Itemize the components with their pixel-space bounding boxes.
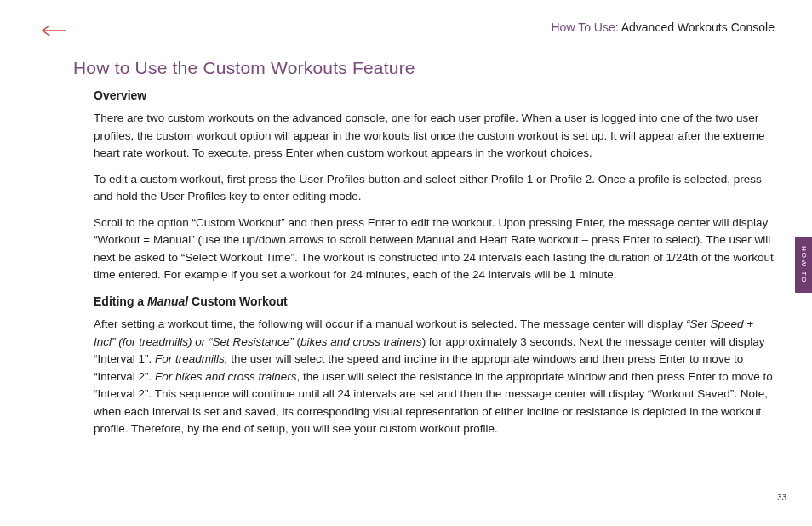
editing-heading-post: Custom Workout: [188, 294, 287, 308]
overview-paragraph-2: To edit a custom workout, first press th…: [94, 171, 775, 206]
editing-text-italic: For bikes and cross trainers: [155, 370, 297, 383]
editing-text: After setting a workout time, the follow…: [94, 317, 686, 330]
editing-text-italic: bikes and cross trainers: [300, 335, 422, 348]
side-tab-label: HOW TO: [800, 246, 808, 284]
editing-text-italic: For treadmills,: [155, 352, 228, 365]
page-title: How to Use the Custom Workouts Feature: [73, 58, 415, 78]
breadcrumb-current: Advanced Workouts Console: [619, 20, 775, 34]
breadcrumb: How To Use: Advanced Workouts Console: [551, 20, 775, 34]
overview-paragraph-3: Scroll to the option “Custom Workout” an…: [94, 214, 775, 284]
back-arrow-icon[interactable]: [41, 24, 68, 41]
editing-heading-pre: Editing a: [94, 294, 147, 308]
page-number: 33: [777, 493, 786, 502]
overview-heading: Overview: [94, 87, 775, 105]
editing-paragraph-1: After setting a workout time, the follow…: [94, 316, 775, 438]
overview-paragraph-1: There are two custom workouts on the adv…: [94, 110, 775, 163]
content-body: Overview There are two custom workouts o…: [94, 85, 775, 447]
editing-text: (: [294, 335, 300, 348]
side-tab-howto[interactable]: HOW TO: [795, 237, 812, 293]
editing-heading: Editing a Manual Custom Workout: [94, 293, 775, 311]
breadcrumb-prefix: How To Use:: [551, 20, 618, 34]
editing-heading-em: Manual: [147, 294, 188, 308]
